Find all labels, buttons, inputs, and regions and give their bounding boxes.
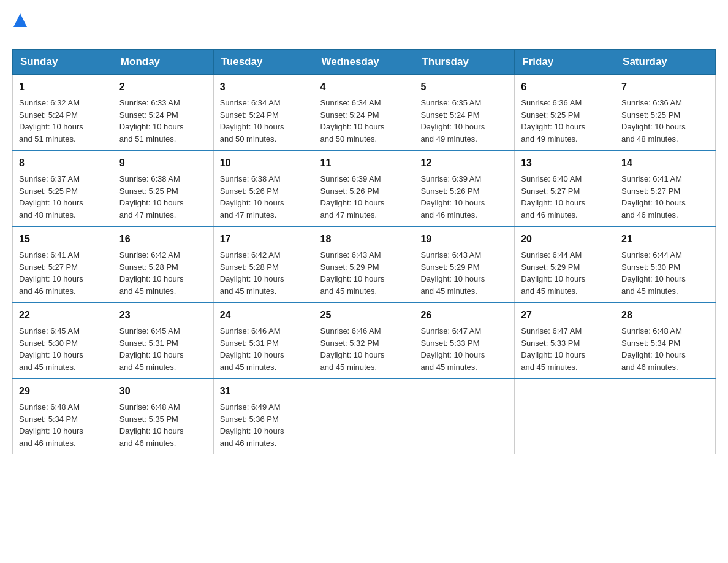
day-number: 13 (521, 156, 609, 170)
day-number: 3 (220, 80, 308, 94)
day-info: Sunrise: 6:37 AMSunset: 5:25 PMDaylight:… (19, 173, 107, 221)
day-info: Sunrise: 6:45 AMSunset: 5:30 PMDaylight:… (19, 325, 107, 373)
calendar-day-cell: 25Sunrise: 6:46 AMSunset: 5:32 PMDayligh… (314, 302, 414, 378)
day-number: 10 (220, 156, 308, 170)
calendar-day-cell: 29Sunrise: 6:48 AMSunset: 5:34 PMDayligh… (13, 378, 113, 454)
day-number: 29 (19, 384, 107, 399)
calendar-week-row: 15Sunrise: 6:41 AMSunset: 5:27 PMDayligh… (13, 226, 716, 302)
calendar-day-cell: 17Sunrise: 6:42 AMSunset: 5:28 PMDayligh… (213, 226, 314, 302)
column-header-friday: Friday (515, 50, 615, 75)
day-info: Sunrise: 6:36 AMSunset: 5:25 PMDaylight:… (621, 97, 709, 145)
day-info: Sunrise: 6:48 AMSunset: 5:34 PMDaylight:… (621, 325, 709, 373)
calendar-week-row: 1Sunrise: 6:32 AMSunset: 5:24 PMDaylight… (13, 75, 716, 151)
day-info: Sunrise: 6:33 AMSunset: 5:24 PMDaylight:… (119, 97, 207, 145)
day-info: Sunrise: 6:46 AMSunset: 5:31 PMDaylight:… (220, 325, 308, 373)
day-number: 17 (220, 232, 308, 247)
day-number: 18 (320, 232, 408, 247)
day-number: 30 (119, 384, 207, 399)
calendar-week-row: 29Sunrise: 6:48 AMSunset: 5:34 PMDayligh… (13, 378, 716, 454)
column-header-thursday: Thursday (414, 50, 515, 75)
calendar-day-cell: 9Sunrise: 6:38 AMSunset: 5:25 PMDaylight… (113, 150, 213, 226)
day-number: 23 (119, 308, 207, 323)
calendar-day-cell (615, 378, 716, 454)
calendar-day-cell: 24Sunrise: 6:46 AMSunset: 5:31 PMDayligh… (213, 302, 314, 378)
calendar-day-cell: 20Sunrise: 6:44 AMSunset: 5:29 PMDayligh… (515, 226, 615, 302)
day-info: Sunrise: 6:49 AMSunset: 5:36 PMDaylight:… (220, 401, 308, 449)
day-number: 8 (19, 156, 107, 170)
day-number: 5 (420, 80, 508, 94)
day-info: Sunrise: 6:38 AMSunset: 5:26 PMDaylight:… (220, 173, 308, 221)
day-number: 31 (220, 384, 308, 399)
day-number: 4 (320, 80, 408, 94)
day-info: Sunrise: 6:47 AMSunset: 5:33 PMDaylight:… (420, 325, 508, 373)
calendar-day-cell: 5Sunrise: 6:35 AMSunset: 5:24 PMDaylight… (414, 75, 515, 151)
header (12, 12, 716, 43)
day-number: 26 (420, 308, 508, 323)
calendar-week-row: 22Sunrise: 6:45 AMSunset: 5:30 PMDayligh… (13, 302, 716, 378)
calendar-day-cell: 22Sunrise: 6:45 AMSunset: 5:30 PMDayligh… (13, 302, 113, 378)
day-number: 14 (621, 156, 709, 170)
day-number: 2 (119, 80, 207, 94)
calendar-day-cell: 31Sunrise: 6:49 AMSunset: 5:36 PMDayligh… (213, 378, 314, 454)
calendar-day-cell: 26Sunrise: 6:47 AMSunset: 5:33 PMDayligh… (414, 302, 515, 378)
day-number: 21 (621, 232, 709, 247)
day-info: Sunrise: 6:42 AMSunset: 5:28 PMDaylight:… (119, 249, 207, 297)
day-info: Sunrise: 6:43 AMSunset: 5:29 PMDaylight:… (420, 249, 508, 297)
day-number: 22 (19, 308, 107, 323)
day-info: Sunrise: 6:44 AMSunset: 5:30 PMDaylight:… (621, 249, 709, 297)
calendar-day-cell: 10Sunrise: 6:38 AMSunset: 5:26 PMDayligh… (213, 150, 314, 226)
calendar-day-cell: 18Sunrise: 6:43 AMSunset: 5:29 PMDayligh… (314, 226, 414, 302)
day-number: 11 (320, 156, 408, 170)
day-number: 28 (621, 308, 709, 323)
calendar-day-cell: 8Sunrise: 6:37 AMSunset: 5:25 PMDaylight… (13, 150, 113, 226)
calendar-day-cell: 19Sunrise: 6:43 AMSunset: 5:29 PMDayligh… (414, 226, 515, 302)
day-number: 7 (621, 80, 709, 94)
calendar-day-cell: 11Sunrise: 6:39 AMSunset: 5:26 PMDayligh… (314, 150, 414, 226)
day-info: Sunrise: 6:44 AMSunset: 5:29 PMDaylight:… (521, 249, 609, 297)
calendar-day-cell: 16Sunrise: 6:42 AMSunset: 5:28 PMDayligh… (113, 226, 213, 302)
day-number: 6 (521, 80, 609, 94)
calendar-day-cell: 2Sunrise: 6:33 AMSunset: 5:24 PMDaylight… (113, 75, 213, 151)
column-header-sunday: Sunday (13, 50, 113, 75)
calendar-day-cell: 6Sunrise: 6:36 AMSunset: 5:25 PMDaylight… (515, 75, 615, 151)
day-info: Sunrise: 6:32 AMSunset: 5:24 PMDaylight:… (19, 97, 107, 145)
day-info: Sunrise: 6:34 AMSunset: 5:24 PMDaylight:… (320, 97, 408, 145)
day-number: 16 (119, 232, 207, 247)
day-info: Sunrise: 6:39 AMSunset: 5:26 PMDaylight:… (420, 173, 508, 221)
calendar-day-cell: 13Sunrise: 6:40 AMSunset: 5:27 PMDayligh… (515, 150, 615, 226)
column-header-monday: Monday (113, 50, 213, 75)
day-number: 24 (220, 308, 308, 323)
day-info: Sunrise: 6:41 AMSunset: 5:27 PMDaylight:… (19, 249, 107, 297)
calendar-day-cell: 3Sunrise: 6:34 AMSunset: 5:24 PMDaylight… (213, 75, 314, 151)
day-info: Sunrise: 6:41 AMSunset: 5:27 PMDaylight:… (621, 173, 709, 221)
calendar-week-row: 8Sunrise: 6:37 AMSunset: 5:25 PMDaylight… (13, 150, 716, 226)
day-info: Sunrise: 6:48 AMSunset: 5:35 PMDaylight:… (119, 401, 207, 449)
day-info: Sunrise: 6:38 AMSunset: 5:25 PMDaylight:… (119, 173, 207, 221)
day-info: Sunrise: 6:40 AMSunset: 5:27 PMDaylight:… (521, 173, 609, 221)
day-info: Sunrise: 6:39 AMSunset: 5:26 PMDaylight:… (320, 173, 408, 221)
calendar-table: SundayMondayTuesdayWednesdayThursdayFrid… (12, 49, 716, 454)
calendar-day-cell: 28Sunrise: 6:48 AMSunset: 5:34 PMDayligh… (615, 302, 716, 378)
column-header-wednesday: Wednesday (314, 50, 414, 75)
day-info: Sunrise: 6:47 AMSunset: 5:33 PMDaylight:… (521, 325, 609, 373)
day-info: Sunrise: 6:48 AMSunset: 5:34 PMDaylight:… (19, 401, 107, 449)
calendar-day-cell: 4Sunrise: 6:34 AMSunset: 5:24 PMDaylight… (314, 75, 414, 151)
day-number: 19 (420, 232, 508, 247)
day-number: 9 (119, 156, 207, 170)
day-info: Sunrise: 6:36 AMSunset: 5:25 PMDaylight:… (521, 97, 609, 145)
day-number: 1 (19, 80, 107, 94)
column-header-tuesday: Tuesday (213, 50, 314, 75)
calendar-day-cell: 27Sunrise: 6:47 AMSunset: 5:33 PMDayligh… (515, 302, 615, 378)
day-number: 27 (521, 308, 609, 323)
calendar-day-cell (515, 378, 615, 454)
calendar-day-cell: 15Sunrise: 6:41 AMSunset: 5:27 PMDayligh… (13, 226, 113, 302)
logo (12, 12, 27, 43)
calendar-day-cell: 14Sunrise: 6:41 AMSunset: 5:27 PMDayligh… (615, 150, 716, 226)
day-info: Sunrise: 6:34 AMSunset: 5:24 PMDaylight:… (220, 97, 308, 145)
calendar-day-cell (314, 378, 414, 454)
calendar-day-cell: 7Sunrise: 6:36 AMSunset: 5:25 PMDaylight… (615, 75, 716, 151)
calendar-day-cell (414, 378, 515, 454)
logo-triangle-icon (13, 13, 27, 27)
day-info: Sunrise: 6:45 AMSunset: 5:31 PMDaylight:… (119, 325, 207, 373)
svg-marker-0 (13, 13, 27, 27)
